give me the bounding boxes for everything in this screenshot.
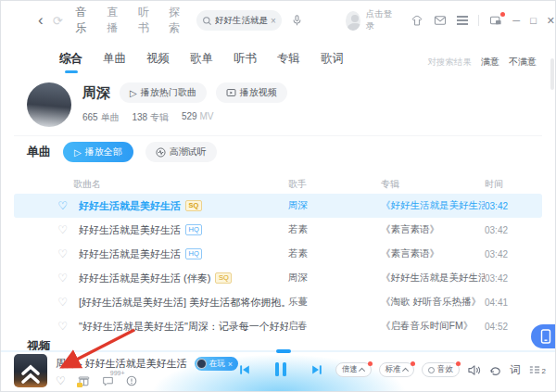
feedback-unsatisfied-button[interactable]: 不满意: [509, 56, 537, 69]
message-icon[interactable]: [434, 15, 447, 26]
search-feedback: 对搜索结果 满意 不满意: [428, 56, 537, 69]
header-song-name: 歌曲名: [14, 178, 288, 191]
nav-live[interactable]: 直播: [107, 5, 121, 36]
song-artist[interactable]: 周深: [288, 272, 381, 285]
refresh-icon[interactable]: ⟳: [53, 14, 63, 28]
next-track-icon[interactable]: [310, 363, 323, 376]
avatar[interactable]: [346, 11, 360, 31]
song-title[interactable]: 好好生活就是美好生活: [79, 247, 181, 261]
login-label[interactable]: 点击登录: [366, 8, 393, 32]
close-icon[interactable]: ✕: [547, 15, 555, 27]
playback-speed-button[interactable]: 倍速: [335, 362, 372, 377]
result-tab-video[interactable]: 视频: [146, 51, 170, 73]
table-row[interactable]: ♡ [好好生活就是美好生活] 美好生活都将你拥抱。 乐蔓 《淘歌 好听音乐热播》…: [14, 290, 542, 314]
volume-icon[interactable]: [467, 364, 481, 376]
song-album[interactable]: 《淘歌 好听音乐热播》: [381, 296, 485, 309]
section-divider: [14, 135, 542, 136]
play-all-button[interactable]: ▷ 播放全部: [63, 142, 133, 162]
header-artist: 歌手: [288, 178, 381, 191]
previous-track-icon[interactable]: [238, 363, 251, 376]
minimize-icon[interactable]: ─: [512, 15, 520, 26]
song-artist[interactable]: 若素: [288, 247, 381, 260]
table-row[interactable]: ♡ 好好生活就是美好生活HQ 若素 《素言素语》 03:42: [14, 242, 542, 266]
favorite-icon[interactable]: ♡: [14, 272, 79, 285]
album-art[interactable]: [14, 354, 47, 387]
lyrics-button[interactable]: 词: [510, 363, 521, 377]
feedback-satisfied-button[interactable]: 满意: [481, 56, 499, 69]
result-tab-playlist[interactable]: 歌单: [190, 51, 213, 73]
table-row[interactable]: ♡ "好好生活就是美好生活"周深：记录每一个好好生活的人HQ 启春 《启春音乐时…: [14, 314, 542, 338]
favorite-icon[interactable]: ♡: [14, 247, 79, 260]
pause-icon[interactable]: [275, 362, 286, 376]
close-pill-icon[interactable]: ×: [228, 360, 233, 369]
song-album[interactable]: 《素言素语》: [381, 223, 485, 236]
feedback-label: 对搜索结果: [428, 57, 473, 69]
song-title[interactable]: 好好生活就是美好生活: [79, 199, 181, 213]
climax-preview-button[interactable]: 高潮试听: [145, 142, 217, 162]
audio-quality-button[interactable]: 标准: [379, 362, 415, 377]
song-artist[interactable]: 启春: [288, 320, 381, 333]
song-album[interactable]: 《好好生活就是美好生活》: [381, 199, 485, 212]
progress-bar[interactable]: [1, 350, 555, 352]
result-tab-audiobook[interactable]: 听书: [234, 51, 257, 73]
search-box[interactable]: 好好生活就是美 ×: [196, 10, 282, 31]
play-videos-button[interactable]: 播放视频: [216, 82, 287, 103]
song-title[interactable]: 好好生活就是美好生活: [79, 223, 181, 237]
now-playing-title[interactable]: 周深 - 好好生活就是美好生活: [56, 357, 187, 371]
favorite-icon[interactable]: ♡: [14, 296, 79, 309]
song-title[interactable]: 好好生活就是美好生活 (伴奏): [79, 272, 210, 285]
table-row[interactable]: ♡ 好好生活就是美好生活HQ 若素 《素言素语》 03:42: [14, 218, 542, 242]
song-title[interactable]: "好好生活就是美好生活"周深：记录每一个好好生活的人: [79, 320, 288, 334]
play-hot-songs-button[interactable]: ▷ 播放热门歌曲: [120, 82, 207, 103]
skin-icon[interactable]: [411, 15, 423, 27]
result-tab-lyrics[interactable]: 歌词: [321, 51, 344, 73]
back-icon[interactable]: ‹: [38, 11, 44, 30]
result-tab-album[interactable]: 专辑: [277, 51, 300, 73]
play-queue-button[interactable]: 2: [528, 364, 546, 375]
favorite-icon[interactable]: ♡: [14, 320, 79, 333]
more-info-icon[interactable]: [126, 375, 137, 386]
song-artist[interactable]: 周深: [288, 199, 381, 212]
maximize-icon[interactable]: □: [530, 15, 537, 26]
login-area[interactable]: 点击登录: [346, 8, 392, 32]
song-artist[interactable]: 若素: [288, 223, 381, 236]
song-artist[interactable]: 乐蔓: [288, 296, 381, 309]
loop-mode-icon[interactable]: [488, 364, 502, 376]
song-title[interactable]: [好好生活就是美好生活] 美好生活都将你拥抱。: [79, 296, 288, 310]
listen-together-pill[interactable]: 在玩 ×: [195, 357, 238, 371]
effect-ring-icon: [428, 367, 435, 373]
search-query[interactable]: 好好生活就是美: [215, 15, 268, 27]
song-album[interactable]: 《启春音乐时间FM》: [381, 320, 485, 333]
like-song-icon[interactable]: ♡: [56, 376, 66, 386]
favorite-icon[interactable]: ♡: [14, 223, 79, 236]
nav-music[interactable]: 音乐: [76, 5, 91, 36]
music-recognition-icon[interactable]: [291, 14, 303, 27]
stat-mv: 529 MV: [182, 111, 213, 124]
main-menu-icon[interactable]: [457, 16, 468, 24]
purchase-icon[interactable]: [78, 375, 90, 386]
nav-explore[interactable]: 探索: [169, 5, 183, 36]
comment-icon[interactable]: 999+: [102, 375, 114, 386]
artist-avatar[interactable]: [27, 82, 71, 127]
song-duration: 03:42: [485, 273, 542, 284]
table-row[interactable]: ♡ 好好生活就是美好生活 (伴奏)SQ 周深 《好好生活就是美好生活》 03:4…: [14, 266, 542, 290]
titlebar-divider: [478, 15, 479, 26]
mini-mode-icon[interactable]: [489, 15, 502, 26]
favorite-icon[interactable]: ♡: [14, 199, 79, 212]
app-window: ‹ ⟳ 音乐 直播 听书 探索 好好生活就是美 × 点击登录: [0, 0, 556, 392]
progress-thumb[interactable]: [276, 349, 291, 353]
chevron-up-icon: [402, 368, 408, 373]
table-row[interactable]: ♡ 好好生活就是美好生活SQ 周深 《好好生活就是美好生活》 03:42: [14, 194, 542, 218]
mobile-app-button[interactable]: [531, 324, 556, 348]
titlebar-icons: ─ □ ✕: [411, 15, 555, 27]
song-album[interactable]: 《素言素语》: [381, 247, 485, 260]
nav-audiobook[interactable]: 听书: [138, 5, 153, 36]
artist-name[interactable]: 周深: [82, 84, 110, 102]
clear-search-icon[interactable]: ×: [271, 16, 276, 26]
result-tab-all[interactable]: 综合: [59, 51, 82, 73]
song-album[interactable]: 《好好生活就是美好生活》: [381, 272, 485, 285]
song-duration: 03:42: [485, 249, 542, 259]
result-tab-single[interactable]: 单曲: [103, 51, 126, 73]
sound-effect-button[interactable]: 音效: [422, 362, 460, 377]
scrollbar[interactable]: [550, 58, 554, 90]
